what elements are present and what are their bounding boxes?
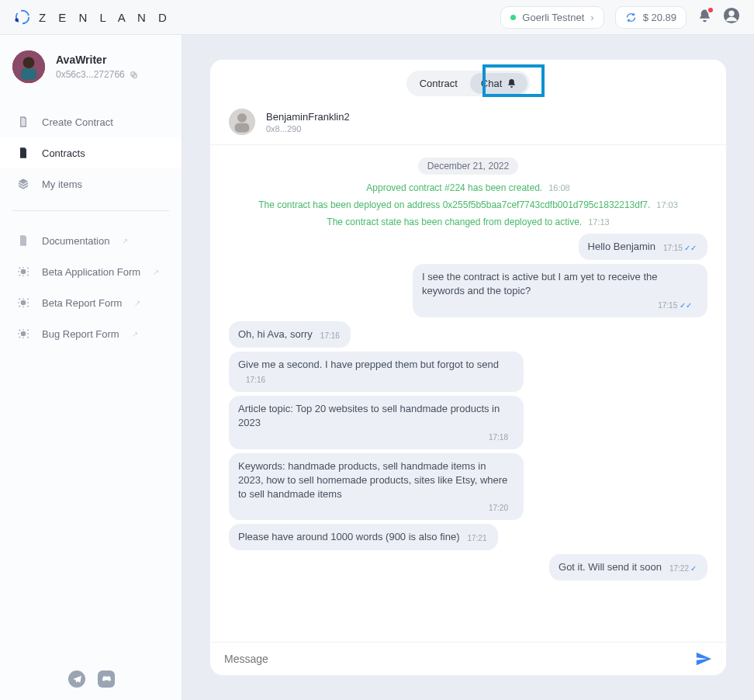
- nav-label: Contracts: [42, 147, 85, 159]
- external-icon: ↗: [132, 330, 138, 338]
- profile-block: AvaWriter 0x56c3...272766: [0, 35, 182, 99]
- brand-text: Z E N L A N D: [39, 11, 171, 24]
- document-plus-icon: [17, 116, 29, 128]
- svg-point-5: [23, 57, 35, 68]
- peer-avatar[interactable]: [229, 109, 255, 135]
- logo[interactable]: Z E N L A N D: [14, 9, 171, 26]
- svg-point-13: [237, 113, 247, 123]
- message-input[interactable]: [224, 653, 686, 665]
- nav-documentation[interactable]: Documentation ↗: [0, 225, 182, 256]
- bug-icon: [17, 327, 29, 340]
- chat-card: Contract Chat BenjaminFranklin2 0x8...29…: [210, 60, 726, 675]
- nav-label: My items: [42, 178, 82, 190]
- logo-icon: [14, 9, 31, 26]
- message-sent: Got it. Will send it soon17:22✓: [229, 554, 707, 580]
- notification-badge: [707, 6, 714, 14]
- bug-icon: [17, 296, 29, 309]
- topbar: Z E N L A N D Goerli Testnet › $ 20.89: [0, 0, 754, 35]
- document-icon: [17, 147, 29, 159]
- svg-point-9: [21, 269, 26, 275]
- nav-bug-report[interactable]: Bug Report Form ↗: [0, 318, 182, 349]
- external-icon: ↗: [134, 299, 140, 307]
- refresh-icon: [625, 12, 637, 23]
- discord-link[interactable]: [98, 671, 115, 688]
- message-received: Keywords: handmade products, sell handma…: [229, 453, 707, 521]
- nav-beta-report[interactable]: Beta Report Form ↗: [0, 287, 182, 318]
- message-received: Article topic: Top 20 websites to sell h…: [229, 396, 707, 449]
- nav-label: Beta Application Form: [42, 266, 140, 278]
- nav-label: Create Contract: [42, 116, 113, 128]
- avatar[interactable]: [12, 50, 45, 83]
- profile-name: AvaWriter: [56, 54, 138, 66]
- network-status-dot: [510, 15, 516, 20]
- svg-point-1: [15, 18, 19, 22]
- tab-label: Contract: [420, 78, 458, 89]
- message-input-bar: [210, 642, 726, 675]
- balance-amount: $ 20.89: [643, 12, 676, 23]
- message-received: Give me a second. I have prepped them bu…: [229, 352, 707, 392]
- chevron-right-icon: ›: [590, 12, 593, 23]
- network-selector[interactable]: Goerli Testnet ›: [500, 6, 604, 29]
- nav-label: Bug Report Form: [42, 328, 119, 340]
- svg-rect-6: [21, 68, 37, 80]
- svg-point-0: [16, 11, 29, 24]
- main-area: Contract Chat BenjaminFranklin2 0x8...29…: [182, 35, 754, 700]
- send-icon[interactable]: [695, 650, 712, 667]
- nav-label: Documentation: [42, 235, 109, 247]
- sidebar: AvaWriter 0x56c3...272766 Create Contrac…: [0, 35, 182, 700]
- message-sent: Hello Benjamin17:15✓✓: [229, 234, 707, 260]
- svg-rect-14: [235, 123, 250, 133]
- system-message: The contract state has been changed from…: [229, 217, 707, 227]
- nav-beta-application[interactable]: Beta Application Form ↗: [0, 256, 182, 287]
- copy-icon[interactable]: [130, 71, 138, 79]
- external-icon: ↗: [153, 268, 159, 276]
- document-icon: [17, 234, 29, 247]
- system-message: The contract has been deployed on addres…: [229, 199, 707, 210]
- date-separator: December 21, 2022: [418, 158, 518, 175]
- profile-address: 0x56c3...272766: [56, 69, 125, 80]
- discord-icon: [102, 674, 112, 684]
- svg-point-10: [21, 300, 26, 306]
- chat-header: BenjaminFranklin2 0x8...290: [210, 104, 726, 145]
- peer-name: BenjaminFranklin2: [266, 111, 350, 123]
- message-received: Please have around 1000 words (900 is al…: [229, 524, 707, 550]
- nav-label: Beta Report Form: [42, 297, 122, 309]
- peer-address: 0x8...290: [266, 124, 350, 133]
- notifications-button[interactable]: [697, 9, 712, 26]
- system-message: Approved contract #224 has been created.…: [229, 182, 707, 193]
- tab-highlight-annotation: [482, 64, 545, 97]
- message-received: Oh, hi Ava, sorry17:16: [229, 321, 707, 348]
- telegram-icon: [72, 674, 82, 684]
- network-name: Goerli Testnet: [522, 12, 584, 23]
- nav-create-contract[interactable]: Create Contract: [0, 106, 182, 137]
- chat-body[interactable]: December 21, 2022 Approved contract #224…: [210, 145, 726, 642]
- nav-my-items[interactable]: My items: [0, 168, 182, 199]
- tab-contract[interactable]: Contract: [409, 73, 469, 94]
- nav-contracts[interactable]: Contracts: [0, 137, 182, 168]
- message-sent: I see the contract is active but I am ye…: [229, 264, 707, 317]
- user-circle-icon: [723, 7, 740, 24]
- svg-point-3: [728, 11, 734, 16]
- external-icon: ↗: [122, 237, 128, 245]
- layers-icon: [17, 178, 29, 190]
- balance-pill[interactable]: $ 20.89: [615, 6, 687, 29]
- account-button[interactable]: [723, 7, 740, 27]
- bug-icon: [17, 265, 29, 278]
- svg-point-11: [21, 331, 26, 337]
- telegram-link[interactable]: [68, 671, 85, 688]
